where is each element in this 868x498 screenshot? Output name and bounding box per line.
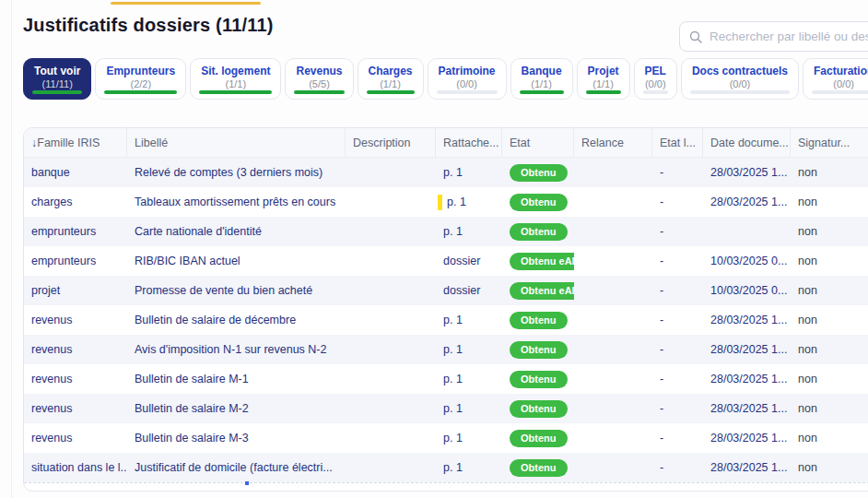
- cell-etat-l: -: [652, 276, 703, 305]
- page: Justificatifs dossiers (11/11) Tout voir…: [0, 0, 868, 498]
- cell-date-document: 28/03/2025 1...: [703, 335, 791, 364]
- column-header-description[interactable]: Description: [346, 128, 436, 157]
- cell-description: [346, 217, 436, 246]
- status-badge: Obtenu: [510, 194, 568, 211]
- cell-etat-l: -: [652, 453, 703, 482]
- table-row[interactable]: revenusBulletin de salaire M-3p. 1Obtenu…: [24, 423, 868, 453]
- cell-signature: non: [791, 217, 868, 246]
- table-row[interactable]: emprunteursRIB/BIC IBAN actueldossierObt…: [24, 246, 868, 276]
- tab-facturation[interactable]: Facturation(0/0): [803, 58, 868, 100]
- tab-tout-voir[interactable]: Tout voir(11/11): [23, 58, 91, 100]
- cell-signature: non: [791, 246, 868, 276]
- table-row[interactable]: revenusBulletin de salaire M-1p. 1Obtenu…: [24, 364, 868, 394]
- tab-count: (5/5): [309, 78, 330, 89]
- status-badge: Obtenu: [510, 371, 568, 388]
- table-row[interactable]: revenusAvis d'imposition N-1 sur revenus…: [24, 335, 868, 364]
- drop-indicator: [245, 481, 249, 485]
- cell-relance: [574, 217, 652, 246]
- cell-etat-l: -: [652, 364, 703, 394]
- tab-progress-bar: [32, 90, 82, 94]
- cell-etat-l: -: [652, 335, 703, 364]
- tab-patrimoine[interactable]: Patrimoine(0/0): [428, 58, 507, 100]
- tab-count: (0/0): [833, 78, 854, 89]
- cell-rattache: p. 1: [436, 423, 502, 453]
- cell-etat-l: -: [652, 217, 703, 246]
- status-badge: Obtenu: [510, 312, 568, 329]
- tab-label: PEL: [645, 65, 666, 77]
- table-row[interactable]: revenusBulletin de salaire de décembrep.…: [24, 305, 868, 335]
- tab-progress-bar: [812, 90, 868, 94]
- tab-emprunteurs[interactable]: Emprunteurs(2/2): [95, 58, 186, 100]
- tab-charges[interactable]: Charges(1/1): [358, 58, 424, 100]
- tab-count: (0/0): [730, 78, 751, 89]
- cell-rattache: dossier: [436, 276, 502, 305]
- cell-date-document: 28/03/2025 1...: [703, 158, 791, 187]
- tab-label: Charges: [369, 65, 413, 77]
- tab-progress-bar: [643, 90, 668, 94]
- cell-signature: non: [791, 305, 868, 335]
- table-row[interactable]: revenusBulletin de salaire M-2p. 1Obtenu…: [24, 394, 868, 423]
- accent-line: [111, 2, 261, 5]
- column-header-date-docume[interactable]: Date docume...: [703, 128, 791, 157]
- cell-etat: Obtenu: [502, 187, 574, 217]
- cell-rattache: p. 1: [436, 364, 502, 394]
- cell-famille: charges: [24, 187, 127, 217]
- cell-etat: Obtenu: [502, 217, 574, 246]
- cell-description: [346, 423, 436, 453]
- tab-progress-bar: [520, 90, 564, 94]
- search-input[interactable]: [710, 30, 868, 43]
- cell-description: [346, 394, 436, 423]
- column-header-signatur[interactable]: Signatur...: [791, 128, 868, 157]
- cell-etat: Obtenu: [502, 335, 574, 364]
- table-footer-divider: [24, 482, 868, 491]
- tab-count: (1/1): [225, 78, 246, 89]
- cell-date-document: 28/03/2025 1...: [703, 423, 791, 453]
- table-row[interactable]: chargesTableaux amortissement prêts en c…: [24, 187, 868, 217]
- cell-etat: Obtenu eAlto: [502, 246, 574, 276]
- tab-label: Emprunteurs: [106, 65, 175, 77]
- cell-famille: emprunteurs: [24, 246, 127, 276]
- tab-banque[interactable]: Banque(1/1): [510, 58, 573, 100]
- tab-label: Facturation: [814, 65, 868, 77]
- cell-date-document: 28/03/2025 1...: [703, 187, 791, 217]
- tab-projet[interactable]: Projet(1/1): [577, 58, 630, 100]
- cell-libelle: Tableaux amortissement prêts en cours: [127, 187, 346, 217]
- tab-label: Docs contractuels: [692, 65, 788, 77]
- tab-sit-logement[interactable]: Sit. logement(1/1): [190, 58, 281, 100]
- column-header-etat-l[interactable]: Etat l...: [652, 128, 703, 157]
- cell-date-document: 10/03/2025 0...: [703, 246, 791, 276]
- tab-count: (0/0): [645, 78, 666, 89]
- cell-famille: projet: [24, 276, 127, 305]
- cell-date-document: 28/03/2025 1...: [703, 364, 791, 394]
- panel-divider: [11, 0, 12, 498]
- column-header-famille-iris[interactable]: ↓Famille IRIS: [24, 128, 127, 157]
- tab-progress-bar: [437, 90, 498, 94]
- documents-table: ↓Famille IRISLibelléDescriptionRattache.…: [23, 127, 868, 492]
- column-header-etat[interactable]: Etat: [502, 128, 574, 157]
- cell-libelle: Justificatif de domicile (facture électr…: [127, 453, 346, 482]
- status-badge: Obtenu: [510, 223, 568, 241]
- table-row[interactable]: banqueRelevé de comptes (3 derniers mois…: [24, 158, 868, 187]
- cell-description: [346, 187, 436, 217]
- tab-count: (11/11): [42, 78, 73, 89]
- tab-revenus[interactable]: Revenus(5/5): [285, 58, 353, 100]
- cell-date-document: [703, 217, 791, 246]
- cell-libelle: Bulletin de salaire M-2: [127, 394, 346, 423]
- tab-progress-bar: [294, 90, 344, 94]
- table-row[interactable]: emprunteursCarte nationale d'identitép. …: [24, 217, 868, 246]
- table-row[interactable]: projetPromesse de vente du bien achetédo…: [24, 276, 868, 305]
- column-header-relance[interactable]: Relance: [574, 128, 652, 157]
- cell-libelle: Avis d'imposition N-1 sur revenus N-2: [127, 335, 346, 364]
- tab-count: (1/1): [531, 78, 552, 89]
- table-row[interactable]: situation dans le l...Justificatif de do…: [24, 453, 868, 482]
- cell-relance: [574, 276, 652, 305]
- column-header-libellé[interactable]: Libellé: [127, 128, 346, 157]
- column-header-rattache[interactable]: Rattache...: [436, 128, 502, 157]
- tab-pel[interactable]: PEL(0/0): [634, 58, 677, 100]
- tab-label: Sit. logement: [201, 65, 270, 77]
- status-badge: Obtenu eAlto: [510, 253, 574, 270]
- cell-famille: revenus: [24, 335, 127, 364]
- cell-rattache: p. 1: [436, 158, 502, 187]
- cell-relance: [574, 335, 652, 364]
- tab-docs-contractuels[interactable]: Docs contractuels(0/0): [681, 58, 799, 100]
